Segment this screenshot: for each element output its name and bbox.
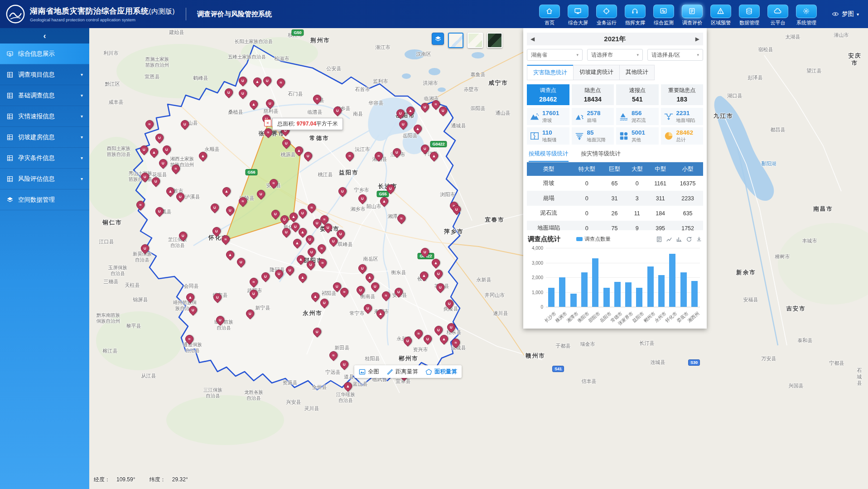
bar-chart-icon[interactable]: [676, 236, 682, 242]
chart-legend: 调查点数量: [576, 236, 611, 242]
type-stat-debris-flow[interactable]: 856泥石流: [616, 108, 659, 125]
download-icon[interactable]: [696, 236, 702, 242]
year-selector: ◀ 2021年 ▶: [527, 33, 703, 45]
sidebar-item-overview[interactable]: 综合信息展示: [0, 44, 89, 64]
next-year-button[interactable]: ▶: [695, 36, 699, 42]
nav-item-label: 调查评价: [680, 19, 705, 26]
sidebar-item-disaster-report[interactable]: 灾情速报信息▾: [0, 106, 89, 127]
layers-button[interactable]: [432, 33, 444, 45]
stat-card-value: 183: [677, 96, 687, 103]
table-cell: 31: [603, 191, 626, 206]
chart-bar: [625, 282, 632, 307]
type-stat-collapse[interactable]: 2578崩塌: [572, 108, 614, 125]
measure-tooltip-unit: 平方千米: [316, 121, 338, 127]
region-select-city[interactable]: 请选择市▾: [587, 49, 643, 61]
stat-card-hazard-points[interactable]: 隐患点18434: [572, 84, 614, 105]
nav-item-label: 首页: [537, 19, 562, 26]
distance-measure-button[interactable]: 距离量算: [386, 368, 418, 376]
measure-tooltip-label: 总面积:: [277, 121, 297, 127]
grid-icon: [6, 175, 14, 183]
sidebar-item-risk-assess[interactable]: 风险评估信息▾: [0, 169, 89, 189]
nav-item-big-screen[interactable]: 综合大屏: [565, 5, 591, 26]
tab-slope-stats[interactable]: 切坡建房统计: [573, 65, 620, 80]
tab-other-stats[interactable]: 其他统计: [619, 65, 655, 80]
type-stat-label: 总计: [676, 137, 694, 142]
sidebar-item-spatial-data[interactable]: 空间数据管理: [0, 189, 89, 210]
sidebar-item-label: 空间数据管理: [18, 196, 55, 204]
business-icon: [596, 5, 617, 18]
table-header-cell: 特大型: [570, 162, 603, 176]
type-stat-label: 泥石流: [632, 118, 646, 123]
region-select-province[interactable]: 湖南省▾: [527, 49, 583, 61]
scale-table-scroll[interactable]: 类型特大型巨型大型中型小型滑坡0650116116375崩塌0313311223…: [527, 162, 703, 230]
user-menu[interactable]: 梦图 ▾: [832, 10, 859, 18]
stat-cards: 调查点28462隐患点18434速报点541重要隐患点183: [527, 84, 703, 105]
line-chart-icon[interactable]: [666, 236, 672, 242]
sidebar-item-hazard-condition[interactable]: 孕灾条件信息▾: [0, 148, 89, 169]
chart-bar: [559, 277, 565, 307]
stat-card-report-points[interactable]: 速报点541: [616, 84, 659, 105]
sidebar-item-basic-survey[interactable]: 基础调查信息▾: [0, 85, 89, 106]
type-stat-total[interactable]: 28462总计: [661, 127, 704, 145]
basemap-vector-thumbnail[interactable]: [448, 33, 463, 48]
table-cell: 泥石流: [527, 206, 570, 221]
chart-bar: [636, 288, 642, 307]
sidebar-collapse-button[interactable]: ‹: [0, 28, 89, 44]
table-cell: 0: [570, 206, 603, 221]
type-stat-ground-collapse[interactable]: 2231地面塌陷: [661, 108, 704, 125]
x-axis-tick-label: 株洲市: [554, 310, 569, 324]
tab-hazard-stats[interactable]: 灾害隐患统计: [527, 65, 574, 80]
measure-tooltip-value: 9797.04: [297, 121, 316, 127]
sidebar-menu: 综合信息展示调查项目信息▾基础调查信息▾灾情速报信息▾切坡建房信息▾孕灾条件信息…: [0, 44, 89, 210]
chart-bar: [603, 288, 610, 307]
tab-by-severity[interactable]: 按灾情等级统计: [581, 150, 621, 162]
nav-item-business[interactable]: 业务运行: [594, 5, 619, 26]
polygon-icon: [425, 368, 432, 375]
nav-item-cloud[interactable]: 云平台: [765, 5, 791, 26]
tab-by-scale[interactable]: 按规模等级统计: [529, 150, 569, 162]
measure-close-icon[interactable]: ×: [264, 119, 271, 126]
table-cell: 184: [648, 206, 672, 221]
nav-item-data[interactable]: 数据管理: [737, 5, 762, 26]
chevron-down-icon: ▾: [81, 176, 83, 181]
table-cell: 3: [626, 191, 648, 206]
nav-item-home[interactable]: 首页: [537, 5, 562, 26]
full-extent-button[interactable]: 全图: [359, 368, 379, 376]
table-cell: 崩塌: [527, 191, 570, 206]
prev-year-button[interactable]: ◀: [530, 36, 535, 42]
map-canvas[interactable]: 利川市建始县恩施土家族 苗族自治州鹤峰县宣恩县咸丰县黔江区长阳土家族自治县五峰土…: [89, 28, 868, 489]
table-cell: 16375: [672, 176, 703, 191]
table-cell: 1161: [648, 176, 672, 191]
sidebar-item-project-info[interactable]: 调查项目信息▾: [0, 64, 89, 85]
type-stat-ground-crack[interactable]: 110地裂缝: [527, 127, 569, 145]
layers-icon: [434, 35, 442, 43]
nav-item-survey[interactable]: 调查评价: [680, 5, 705, 26]
layers-icon: [6, 196, 14, 203]
survey-icon: [682, 5, 703, 18]
restore-icon[interactable]: [686, 236, 692, 242]
nav-item-monitoring[interactable]: 综合监测: [651, 5, 676, 26]
type-stat-label: 滑坡: [542, 118, 559, 123]
stat-card-survey-points[interactable]: 调查点28462: [527, 84, 569, 105]
chart-bar: [570, 294, 577, 307]
type-stat-subsidence[interactable]: 85地面沉降: [572, 127, 614, 145]
data-view-icon[interactable]: [656, 236, 662, 242]
table-header-cell: 大型: [626, 162, 648, 176]
basemap-satellite-thumbnail[interactable]: [487, 33, 502, 48]
area-measure-button[interactable]: 面积量算: [425, 368, 457, 376]
table-header-cell: 中型: [648, 162, 672, 176]
app-title-main: 湖南省地质灾害防治综合应用系统: [30, 7, 149, 15]
sidebar-item-slope-housing[interactable]: 切坡建房信息▾: [0, 127, 89, 148]
nav-item-command[interactable]: 指挥支撑: [622, 5, 648, 26]
basemap-terrain-thumbnail[interactable]: [468, 33, 483, 48]
stat-card-label: 隐患点: [584, 87, 601, 94]
type-stat-value: 85: [587, 130, 606, 136]
type-stat-landslide[interactable]: 17601滑坡: [527, 108, 569, 125]
region-select-county[interactable]: 请选择县/区▾: [647, 49, 703, 61]
nav-item-system[interactable]: 系统管理: [794, 5, 819, 26]
x-axis-tick-label: 湘西州: [686, 310, 701, 324]
ground-collapse-icon: [664, 111, 674, 121]
type-stat-other[interactable]: 5001其他: [616, 127, 659, 145]
stat-card-important-points[interactable]: 重要隐患点183: [661, 84, 704, 105]
nav-item-warning[interactable]: 区域预警: [708, 5, 733, 26]
